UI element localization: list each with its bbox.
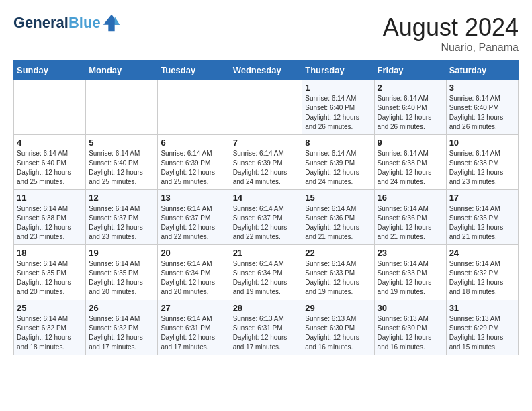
day-info: Sunrise: 6:14 AM Sunset: 6:33 PM Dayligh… [378,259,443,297]
week-row-4: 18Sunrise: 6:14 AM Sunset: 6:35 PM Dayli… [14,245,519,300]
calendar-cell: 26Sunrise: 6:14 AM Sunset: 6:32 PM Dayli… [86,300,158,355]
day-info: Sunrise: 6:14 AM Sunset: 6:35 PM Dayligh… [89,259,154,297]
month-year: August 2024 [383,13,519,42]
calendar-cell: 14Sunrise: 6:14 AM Sunset: 6:37 PM Dayli… [230,190,302,245]
col-header-thursday: Thursday [302,61,374,80]
day-number: 25 [17,303,83,313]
day-info: Sunrise: 6:14 AM Sunset: 6:39 PM Dayligh… [305,149,371,187]
day-number: 22 [305,248,371,258]
day-number: 28 [233,303,300,313]
day-number: 1 [305,83,371,93]
day-info: Sunrise: 6:14 AM Sunset: 6:32 PM Dayligh… [89,314,154,352]
day-number: 18 [17,248,83,258]
calendar-cell: 6Sunrise: 6:14 AM Sunset: 6:39 PM Daylig… [158,135,230,190]
calendar-cell: 21Sunrise: 6:14 AM Sunset: 6:34 PM Dayli… [230,245,302,300]
calendar-cell: 18Sunrise: 6:14 AM Sunset: 6:35 PM Dayli… [14,245,86,300]
svg-marker-1 [114,17,119,25]
day-info: Sunrise: 6:14 AM Sunset: 6:38 PM Dayligh… [449,149,515,187]
day-info: Sunrise: 6:14 AM Sunset: 6:40 PM Dayligh… [305,94,371,132]
calendar-cell [230,80,302,135]
week-row-3: 11Sunrise: 6:14 AM Sunset: 6:38 PM Dayli… [14,190,519,245]
col-header-wednesday: Wednesday [230,61,302,80]
day-number: 14 [233,193,300,203]
day-number: 11 [17,193,83,203]
day-number: 16 [378,193,443,203]
day-info: Sunrise: 6:14 AM Sunset: 6:37 PM Dayligh… [233,204,300,242]
week-row-1: 1Sunrise: 6:14 AM Sunset: 6:40 PM Daylig… [14,80,519,135]
day-number: 23 [378,248,443,258]
day-number: 9 [378,138,443,148]
calendar-cell: 25Sunrise: 6:14 AM Sunset: 6:32 PM Dayli… [14,300,86,355]
calendar-cell: 22Sunrise: 6:14 AM Sunset: 6:33 PM Dayli… [302,245,374,300]
day-info: Sunrise: 6:14 AM Sunset: 6:31 PM Dayligh… [161,314,226,352]
day-number: 10 [449,138,515,148]
col-header-sunday: Sunday [14,61,86,80]
location: Nuario, Panama [383,42,519,54]
calendar-cell: 9Sunrise: 6:14 AM Sunset: 6:38 PM Daylig… [374,135,446,190]
calendar-cell: 2Sunrise: 6:14 AM Sunset: 6:40 PM Daylig… [374,80,446,135]
day-number: 12 [89,193,154,203]
day-number: 2 [378,83,443,93]
calendar-cell: 28Sunrise: 6:13 AM Sunset: 6:31 PM Dayli… [230,300,302,355]
calendar-cell: 16Sunrise: 6:14 AM Sunset: 6:36 PM Dayli… [374,190,446,245]
day-number: 20 [161,248,226,258]
day-info: Sunrise: 6:14 AM Sunset: 6:40 PM Dayligh… [449,94,515,132]
calendar-cell: 5Sunrise: 6:14 AM Sunset: 6:40 PM Daylig… [86,135,158,190]
calendar-header-row: SundayMondayTuesdayWednesdayThursdayFrid… [14,61,519,80]
day-info: Sunrise: 6:14 AM Sunset: 6:35 PM Dayligh… [17,259,83,297]
day-number: 17 [449,193,515,203]
calendar-cell: 27Sunrise: 6:14 AM Sunset: 6:31 PM Dayli… [158,300,230,355]
day-number: 3 [449,83,515,93]
day-info: Sunrise: 6:14 AM Sunset: 6:36 PM Dayligh… [305,204,371,242]
day-info: Sunrise: 6:14 AM Sunset: 6:35 PM Dayligh… [449,204,515,242]
day-info: Sunrise: 6:13 AM Sunset: 6:31 PM Dayligh… [233,314,300,352]
day-info: Sunrise: 6:14 AM Sunset: 6:39 PM Dayligh… [161,149,226,187]
day-info: Sunrise: 6:14 AM Sunset: 6:32 PM Dayligh… [449,259,515,297]
calendar-cell: 19Sunrise: 6:14 AM Sunset: 6:35 PM Dayli… [86,245,158,300]
day-info: Sunrise: 6:13 AM Sunset: 6:30 PM Dayligh… [378,314,443,352]
calendar-cell [86,80,158,135]
day-info: Sunrise: 6:13 AM Sunset: 6:29 PM Dayligh… [449,314,515,352]
day-number: 27 [161,303,226,313]
calendar-cell: 31Sunrise: 6:13 AM Sunset: 6:29 PM Dayli… [446,300,518,355]
day-number: 26 [89,303,154,313]
col-header-tuesday: Tuesday [158,61,230,80]
col-header-friday: Friday [374,61,446,80]
col-header-monday: Monday [86,61,158,80]
logo: GeneralBlue [13,13,121,32]
calendar-cell: 24Sunrise: 6:14 AM Sunset: 6:32 PM Dayli… [446,245,518,300]
calendar-cell: 30Sunrise: 6:13 AM Sunset: 6:30 PM Dayli… [374,300,446,355]
calendar-cell: 7Sunrise: 6:14 AM Sunset: 6:39 PM Daylig… [230,135,302,190]
calendar-cell: 10Sunrise: 6:14 AM Sunset: 6:38 PM Dayli… [446,135,518,190]
page-header: GeneralBlue August 2024 Nuario, Panama [13,13,519,54]
calendar-cell: 20Sunrise: 6:14 AM Sunset: 6:34 PM Dayli… [158,245,230,300]
col-header-saturday: Saturday [446,61,518,80]
calendar-cell: 8Sunrise: 6:14 AM Sunset: 6:39 PM Daylig… [302,135,374,190]
calendar-cell: 3Sunrise: 6:14 AM Sunset: 6:40 PM Daylig… [446,80,518,135]
title-block: August 2024 Nuario, Panama [383,13,519,54]
calendar-cell: 4Sunrise: 6:14 AM Sunset: 6:40 PM Daylig… [14,135,86,190]
day-number: 29 [305,303,371,313]
day-info: Sunrise: 6:14 AM Sunset: 6:37 PM Dayligh… [89,204,154,242]
calendar-cell: 17Sunrise: 6:14 AM Sunset: 6:35 PM Dayli… [446,190,518,245]
day-number: 4 [17,138,83,148]
day-number: 6 [161,138,226,148]
calendar-cell: 11Sunrise: 6:14 AM Sunset: 6:38 PM Dayli… [14,190,86,245]
day-number: 24 [449,248,515,258]
calendar-cell: 13Sunrise: 6:14 AM Sunset: 6:37 PM Dayli… [158,190,230,245]
day-info: Sunrise: 6:13 AM Sunset: 6:30 PM Dayligh… [305,314,371,352]
day-info: Sunrise: 6:14 AM Sunset: 6:40 PM Dayligh… [17,149,83,187]
day-number: 7 [233,138,300,148]
calendar-cell [14,80,86,135]
day-info: Sunrise: 6:14 AM Sunset: 6:40 PM Dayligh… [378,94,443,132]
calendar-cell [158,80,230,135]
day-info: Sunrise: 6:14 AM Sunset: 6:40 PM Dayligh… [89,149,154,187]
calendar-cell: 1Sunrise: 6:14 AM Sunset: 6:40 PM Daylig… [302,80,374,135]
calendar-table: SundayMondayTuesdayWednesdayThursdayFrid… [13,60,519,355]
day-info: Sunrise: 6:14 AM Sunset: 6:39 PM Dayligh… [233,149,300,187]
day-info: Sunrise: 6:14 AM Sunset: 6:32 PM Dayligh… [17,314,83,352]
day-number: 30 [378,303,443,313]
day-number: 19 [89,248,154,258]
week-row-5: 25Sunrise: 6:14 AM Sunset: 6:32 PM Dayli… [14,300,519,355]
calendar-cell: 29Sunrise: 6:13 AM Sunset: 6:30 PM Dayli… [302,300,374,355]
